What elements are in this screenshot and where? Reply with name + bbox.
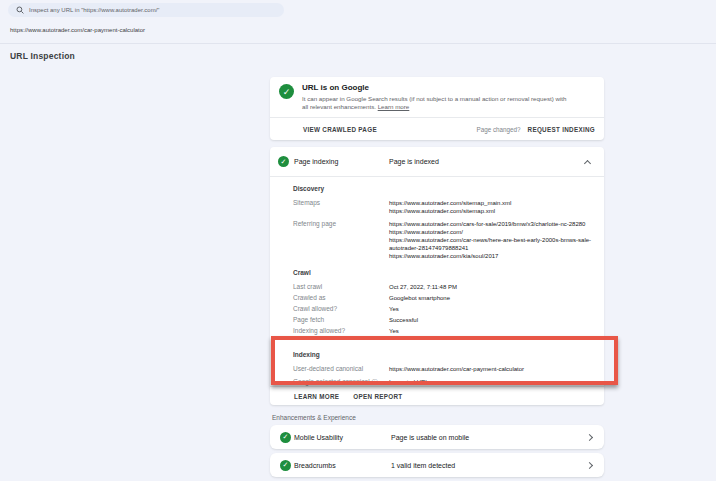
search-icon [16,6,24,14]
row-label: Crawled as [293,294,389,302]
view-crawled-page-button[interactable]: VIEW CRAWLED PAGE [303,126,377,133]
verdict-description-text: It can appear in Google Search results (… [302,95,566,110]
row-value: Googlebot smartphone [389,294,594,302]
enhancement-status: 1 valid item detected [391,462,587,469]
page-indexing-body: Discovery Sitemaps https://www.autotrade… [270,177,604,386]
sitemap-url: https://www.autotrader.com/sitemap_main.… [389,199,594,207]
info-icon[interactable]: ⓘ [371,378,377,385]
enhancements-heading: Enhancements & Experience [272,414,604,421]
search-placeholder: Inspect any URL in "https://www.autotrad… [29,7,159,13]
row-value: Inspected URL [389,378,594,386]
row-last-crawl: Last crawl Oct 27, 2022, 7:11:48 PM [293,283,594,291]
row-label: Sitemaps [293,199,389,215]
referring-url: https://www.autotrader.com/car-news/here… [389,236,594,252]
learn-more-link[interactable]: Learn more [378,103,410,110]
row-value: Successful [389,316,594,324]
row-value: https://www.autotrader.com/car-payment-c… [389,365,594,373]
row-label: Last crawl [293,283,389,291]
row-google-selected-canonical: Google-selected canonical ⓘ Inspected UR… [293,378,594,386]
verdict-title: URL is on Google [302,83,369,92]
row-value: https://www.autotrader.com/cars-for-sale… [389,220,594,260]
row-label: Crawl allowed? [293,305,389,313]
row-value: Oct 27, 2022, 7:11:48 PM [389,283,594,291]
enhancement-title: Mobile Usability [294,434,391,441]
chevron-right-icon[interactable] [586,433,593,440]
enhancement-status: Page is usable on mobile [391,434,587,441]
learn-more-button[interactable]: LEARN MORE [294,393,339,400]
success-check-icon: ✓ [279,84,294,99]
verdict-card-footer: VIEW CRAWLED PAGE Page changed? REQUEST … [270,117,604,140]
chevron-right-icon[interactable] [586,461,593,468]
sitemap-url: https://www.autotrader.com/sitemap.xml [389,207,594,215]
check-icon: ✓ [280,432,291,443]
row-value: Yes [389,327,594,335]
url-inspect-search-input[interactable]: Inspect any URL in "https://www.autotrad… [8,3,284,17]
row-value: Yes [389,305,594,313]
row-label: Indexing allowed? [293,327,389,335]
row-label: Referring page [293,220,389,260]
breadcrumbs-card[interactable]: ✓ Breadcrumbs 1 valid item detected [270,453,604,477]
check-icon: ✓ [280,460,291,471]
section-heading-discovery: Discovery [293,185,594,192]
page-indexing-card: ✓ Page indexing Page is indexed Discover… [270,147,604,405]
verdict-description: It can appear in Google Search results (… [302,95,570,111]
check-icon: ✓ [278,156,289,167]
enhancement-title: Breadcrumbs [294,462,391,469]
row-page-fetch: Page fetch Successful [293,316,594,324]
referring-url: https://www.autotrader.com/cars-for-sale… [389,220,594,228]
url-verdict-card: ✓ URL is on Google It can appear in Goog… [270,77,604,140]
inspection-results-panel: ✓ URL is on Google It can appear in Goog… [270,77,604,477]
row-label-text: Google-selected canonical [293,378,370,385]
row-label: User-declared canonical [293,365,389,373]
row-label: Page fetch [293,316,389,324]
page-title: URL Inspection [10,51,75,61]
page-indexing-header[interactable]: ✓ Page indexing Page is indexed [270,147,604,177]
page-indexing-title: Page indexing [294,158,338,165]
header-divider [0,43,716,44]
row-crawled-as: Crawled as Googlebot smartphone [293,294,594,302]
row-user-declared-canonical: User-declared canonical https://www.auto… [293,365,594,373]
row-referring-page: Referring page https://www.autotrader.co… [293,220,594,260]
row-value: https://www.autotrader.com/sitemap_main.… [389,199,594,215]
open-report-button[interactable]: OPEN REPORT [353,393,402,400]
row-sitemaps: Sitemaps https://www.autotrader.com/site… [293,199,594,215]
referring-url: https://www.autotrader.com/ [389,228,594,236]
row-crawl-allowed: Crawl allowed? Yes [293,305,594,313]
referring-url: https://www.autotrader.com/kia/soul/2017 [389,252,594,260]
row-label: Google-selected canonical ⓘ [293,378,389,386]
chevron-up-icon[interactable] [584,160,591,167]
request-indexing-group: Page changed? REQUEST INDEXING [476,126,595,133]
section-heading-indexing: Indexing [293,351,594,358]
page-changed-label: Page changed? [476,126,520,133]
mobile-usability-card[interactable]: ✓ Mobile Usability Page is usable on mob… [270,425,604,449]
request-indexing-button[interactable]: REQUEST INDEXING [528,126,595,133]
inspected-url-breadcrumb: https://www.autotrader.com/car-payment-c… [10,27,145,33]
row-indexing-allowed: Indexing allowed? Yes [293,327,594,335]
indexing-card-footer: LEARN MORE OPEN REPORT [270,386,604,405]
section-heading-crawl: Crawl [293,269,594,276]
page-indexing-status: Page is indexed [389,158,439,165]
